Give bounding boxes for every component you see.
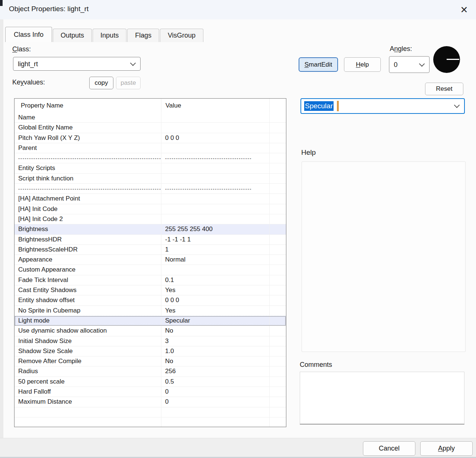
- chevron-down-icon: [419, 61, 425, 67]
- tab-inputs[interactable]: Inputs: [93, 29, 126, 42]
- property-value-cell: 255 255 255 400: [161, 224, 270, 234]
- chevron-down-icon: [454, 102, 460, 108]
- apply-button[interactable]: Apply: [420, 441, 473, 456]
- row-spacer-cell: [270, 417, 286, 427]
- property-name-cell: Entity shadow offset: [15, 295, 161, 305]
- table-row[interactable]: [HA] Attachment Point: [15, 194, 286, 204]
- property-value-cell: 0 0 0: [161, 133, 270, 143]
- table-row[interactable]: Shadow Size Scale1.0: [15, 346, 286, 356]
- table-row[interactable]: Entity Scripts: [15, 163, 286, 173]
- property-name-cell: Light mode: [15, 316, 161, 326]
- paste-button: paste: [116, 77, 141, 89]
- reset-button[interactable]: Reset: [425, 83, 463, 95]
- table-row[interactable]: Maximum Distance0: [15, 397, 286, 407]
- table-row[interactable]: [15, 407, 286, 417]
- table-row[interactable]: Remove After CompileNo: [15, 356, 286, 366]
- table-row[interactable]: Light modeSpecular: [15, 316, 286, 326]
- property-value-cell: No: [161, 356, 270, 366]
- table-row[interactable]: Use dynamic shadow allocationNo: [15, 326, 286, 336]
- table-row[interactable]: BrightnessScaleHDR1: [15, 245, 286, 255]
- tab-flags[interactable]: Flags: [127, 29, 159, 42]
- column-header-value: Value: [161, 99, 270, 113]
- class-dropdown-value: light_rt: [18, 60, 38, 68]
- row-spacer-cell: [270, 407, 286, 417]
- property-name-cell: [15, 407, 161, 417]
- table-row[interactable]: [15, 417, 286, 427]
- table-row[interactable]: Script think function: [15, 174, 286, 184]
- angles-dropdown[interactable]: 0: [389, 56, 430, 73]
- property-value-cell: [161, 174, 270, 183]
- property-value-cell: [161, 204, 270, 214]
- property-name-cell: ----------------------------------------…: [15, 184, 161, 193]
- table-row[interactable]: Brightness255 255 255 400: [15, 224, 286, 234]
- property-name-cell: Fade Tick Interval: [15, 275, 161, 285]
- table-row[interactable]: [HA] Init Code 2: [15, 214, 286, 224]
- help-section-label: Help: [301, 148, 316, 157]
- row-spacer-cell: [270, 255, 286, 265]
- property-value-cell: 0.5: [161, 377, 270, 387]
- table-row[interactable]: Hard Falloff0: [15, 387, 286, 397]
- table-row[interactable]: Initial Shadow Size3: [15, 336, 286, 346]
- property-value-cell: [161, 417, 270, 427]
- property-value-cell: [161, 407, 270, 417]
- property-value-cell: [161, 113, 270, 122]
- row-spacer-cell: [270, 356, 286, 366]
- cancel-button[interactable]: Cancel: [363, 441, 415, 456]
- row-spacer-cell: [270, 174, 286, 183]
- table-row[interactable]: Global Entity Name: [15, 123, 286, 133]
- table-row[interactable]: [HA] Init Code: [15, 204, 286, 214]
- row-spacer-cell: [270, 316, 286, 326]
- property-name-cell: Name: [15, 113, 161, 122]
- close-icon[interactable]: ✕: [457, 3, 471, 16]
- row-spacer-cell: [270, 214, 286, 224]
- property-name-cell: [HA] Attachment Point: [15, 194, 161, 204]
- table-row[interactable]: Fade Tick Interval0.1: [15, 275, 286, 285]
- property-value-cell: Yes: [161, 285, 270, 295]
- table-row[interactable]: Parent: [15, 143, 286, 153]
- property-name-cell: Cast Entity Shadows: [15, 285, 161, 295]
- tab-outputs[interactable]: Outputs: [53, 29, 92, 42]
- keyvalue-edit-combo[interactable]: Specular: [300, 98, 465, 114]
- copy-button[interactable]: copy: [89, 77, 113, 89]
- table-row[interactable]: Entity shadow offset0 0 0: [15, 295, 286, 305]
- tab-class-info[interactable]: Class Info: [5, 27, 52, 42]
- property-value-cell: ----------------------------------------: [161, 184, 270, 193]
- table-row[interactable]: Pitch Yaw Roll (X Y Z)0 0 0: [15, 133, 286, 143]
- row-spacer-cell: [270, 387, 286, 397]
- property-table-header: Property Name Value: [15, 99, 286, 113]
- property-value-cell: 0: [161, 397, 270, 407]
- property-value-cell: [161, 265, 270, 275]
- table-row[interactable]: ----------------------------------------…: [15, 184, 286, 194]
- row-spacer-cell: [270, 123, 286, 132]
- row-spacer-cell: [270, 295, 286, 305]
- property-name-cell: Shadow Size Scale: [15, 346, 161, 356]
- property-name-cell: ----------------------------------------…: [15, 153, 161, 163]
- keyvalues-label: Keyvalues:: [12, 79, 45, 86]
- comments-input[interactable]: [300, 372, 464, 425]
- row-spacer-cell: [270, 163, 286, 173]
- table-row[interactable]: No Sprite in CubemapYes: [15, 306, 286, 316]
- class-dropdown[interactable]: light_rt: [13, 57, 141, 71]
- table-row[interactable]: Name: [15, 113, 286, 123]
- property-value-cell: -1 -1 -1 1: [161, 235, 270, 244]
- property-name-cell: [HA] Init Code: [15, 204, 161, 214]
- row-spacer-cell: [270, 366, 286, 376]
- table-row[interactable]: AppearanceNormal: [15, 255, 286, 265]
- table-row[interactable]: Cast Entity ShadowsYes: [15, 285, 286, 295]
- angle-dial[interactable]: [433, 46, 460, 73]
- column-header-property-name: Property Name: [15, 99, 161, 113]
- help-button[interactable]: Help: [344, 57, 381, 72]
- property-value-cell: [161, 123, 270, 132]
- table-row[interactable]: Radius256: [15, 366, 286, 377]
- table-row[interactable]: Custom Appearance: [15, 265, 286, 275]
- table-row[interactable]: ----------------------------------------…: [15, 153, 286, 163]
- tab-visgroup[interactable]: VisGroup: [160, 29, 203, 42]
- property-name-cell: Hard Falloff: [15, 387, 161, 397]
- table-row[interactable]: BrightnessHDR-1 -1 -1 1: [15, 235, 286, 245]
- property-name-cell: Custom Appearance: [15, 265, 161, 275]
- row-spacer-cell: [270, 336, 286, 346]
- smartedit-button[interactable]: SmartEdit: [299, 57, 338, 72]
- row-spacer-cell: [270, 133, 286, 143]
- table-row[interactable]: 50 percent scale0.5: [15, 377, 286, 387]
- help-text-panel: [302, 161, 466, 352]
